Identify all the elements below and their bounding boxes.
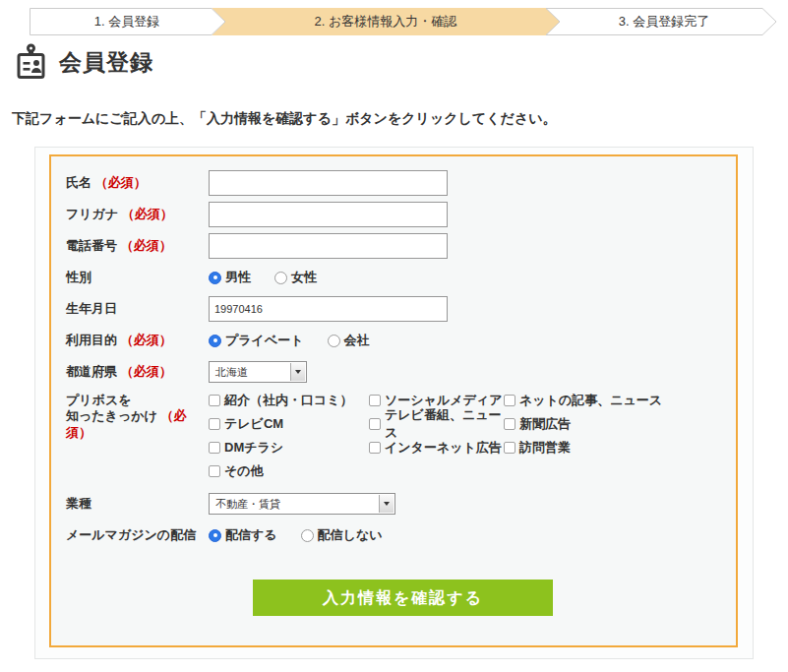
checkbox-referral[interactable] xyxy=(209,395,220,406)
checkbox-option-dm-flyer[interactable]: DMチラシ xyxy=(209,439,369,457)
form-row-purpose: 利用目的 （必須） プライベート 会社 xyxy=(66,328,736,353)
form-row-industry: 業種 不動産・賃貸 xyxy=(66,491,736,517)
form-row-referral-source: プリボスを 知ったきっかけ （必須） 紹介（社内・口コミ） ソーシャルメディア xyxy=(66,391,736,485)
gender-option-female[interactable]: 女性 xyxy=(274,269,317,286)
furigana-input[interactable] xyxy=(209,202,448,227)
checkbox-option-internet-ad[interactable]: インターネット広告 xyxy=(369,439,504,457)
referral-checkbox-grid: 紹介（社内・口コミ） ソーシャルメディア ネットの記事、ニュース テレビCM xyxy=(209,391,662,485)
purpose-label: 利用目的 （必須） xyxy=(66,333,209,348)
checkbox-net-news[interactable] xyxy=(504,395,515,406)
checkbox-tv-cm[interactable] xyxy=(209,418,220,430)
dropdown-arrow-button[interactable] xyxy=(290,363,305,381)
page: 1. 会員登録 2. お客様情報入力・確認 3. 会員登録完了 会員登録 下記フ… xyxy=(0,0,788,672)
radio-subscribe[interactable] xyxy=(209,529,221,542)
checkbox-other[interactable] xyxy=(209,465,220,477)
mail-magazine-label: メールマガジンの配信 xyxy=(66,527,209,543)
phone-input[interactable] xyxy=(209,233,448,259)
dropdown-arrow-button[interactable] xyxy=(379,495,394,513)
step-2-label: 2. お客様情報入力・確認 xyxy=(315,14,458,29)
form-row-birthdate: 生年月日 xyxy=(66,296,736,322)
gender-label: 性別 xyxy=(66,270,209,285)
checkbox-sales-visit[interactable] xyxy=(504,442,515,454)
birthdate-input[interactable] xyxy=(209,296,448,322)
required-badge: （必須） xyxy=(121,333,172,347)
form-row-prefecture: 都道府県 （必須） 北海道 xyxy=(66,359,736,385)
checkbox-option-tv-cm[interactable]: テレビCM xyxy=(209,415,369,433)
checkbox-option-net-news[interactable]: ネットの記事、ニュース xyxy=(504,392,662,409)
checkbox-option-sales-visit[interactable]: 訪問営業 xyxy=(504,439,571,457)
form-row-name: 氏名 （必須） xyxy=(66,170,736,196)
radio-private[interactable] xyxy=(209,335,221,347)
required-badge: （必須） xyxy=(95,175,147,190)
radio-company[interactable] xyxy=(328,335,340,347)
prefecture-selected-value: 北海道 xyxy=(215,365,248,380)
mailmag-option-subscribe[interactable]: 配信する xyxy=(209,526,277,544)
checkbox-newspaper-ad[interactable] xyxy=(504,418,515,430)
form-row-mail-magazine: メールマガジンの配信 配信する 配信しない xyxy=(66,522,736,548)
checkbox-internet-ad[interactable] xyxy=(369,442,381,454)
industry-label: 業種 xyxy=(66,496,209,512)
required-badge: （必須） xyxy=(121,364,172,379)
form-row-furigana: フリガナ （必須） xyxy=(66,202,736,227)
chevron-down-icon xyxy=(295,370,301,374)
confirm-input-button[interactable]: 入力情報を確認する xyxy=(253,580,553,616)
required-badge: （必須） xyxy=(121,238,172,253)
furigana-label: フリガナ （必須） xyxy=(66,207,209,222)
page-title: 会員登録 xyxy=(59,47,153,78)
radio-unsubscribe[interactable] xyxy=(301,529,314,542)
form-row-gender: 性別 男性 女性 xyxy=(66,265,736,290)
prefecture-label: 都道府県 （必須） xyxy=(66,364,209,380)
checkbox-option-newspaper-ad[interactable]: 新聞広告 xyxy=(504,415,571,433)
industry-select[interactable]: 不動産・賃貸 xyxy=(209,493,395,515)
name-input[interactable] xyxy=(209,170,448,196)
checkbox-option-tv-program[interactable]: テレビ番組、ニュース xyxy=(369,406,504,442)
step-1-label: 1. 会員登録 xyxy=(94,14,159,29)
mailmag-option-unsubscribe[interactable]: 配信しない xyxy=(301,526,383,544)
step-progress-bar: 1. 会員登録 2. お客様情報入力・確認 3. 会員登録完了 xyxy=(30,8,777,35)
radio-female[interactable] xyxy=(274,272,287,284)
checkbox-social-media[interactable] xyxy=(369,395,381,406)
checkbox-option-other[interactable]: その他 xyxy=(209,462,369,480)
form-instruction: 下記フォームにご記入の上、「入力情報を確認する」ボタンをクリックしてください。 xyxy=(12,110,557,128)
gender-option-male[interactable]: 男性 xyxy=(209,269,251,286)
radio-male[interactable] xyxy=(209,272,221,284)
submit-button-row: 入力情報を確認する xyxy=(66,580,740,616)
chevron-down-icon xyxy=(384,502,390,506)
purpose-option-company[interactable]: 会社 xyxy=(328,332,370,349)
form-row-phone: 電話番号 （必須） xyxy=(66,233,736,259)
required-badge: （必須） xyxy=(122,207,173,221)
page-header: 会員登録 xyxy=(15,43,153,81)
checkbox-option-referral[interactable]: 紹介（社内・口コミ） xyxy=(209,392,369,409)
birthdate-label: 生年月日 xyxy=(66,301,209,317)
registration-form: 氏名 （必須） フリガナ （必須） 電話番号 （必須） 性別 xyxy=(49,154,738,647)
name-label: 氏名 （必須） xyxy=(66,175,209,191)
checkbox-dm-flyer[interactable] xyxy=(209,442,220,454)
phone-label: 電話番号 （必須） xyxy=(66,238,209,254)
purpose-option-private[interactable]: プライベート xyxy=(209,332,304,349)
prefecture-select[interactable]: 北海道 xyxy=(209,361,307,383)
id-badge-icon xyxy=(15,43,47,81)
industry-selected-value: 不動産・賃貸 xyxy=(215,497,280,512)
step-3-label: 3. 会員登録完了 xyxy=(619,14,709,29)
checkbox-tv-program[interactable] xyxy=(369,418,381,430)
referral-source-label: プリボスを 知ったきっかけ （必須） xyxy=(66,391,209,441)
